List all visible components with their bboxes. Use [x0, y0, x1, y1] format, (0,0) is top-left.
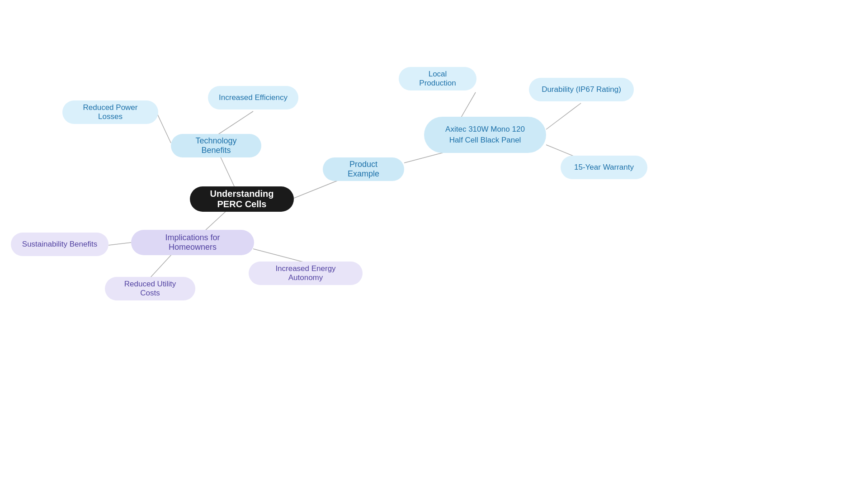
svg-line-2 [157, 114, 171, 143]
warranty-node: 15-Year Warranty [561, 156, 647, 179]
reduced-power-losses-node: Reduced Power Losses [62, 100, 158, 124]
svg-line-6 [546, 103, 581, 129]
durability-node: Durability (IP67 Rating) [529, 78, 634, 101]
local-production-node: Local Production [399, 67, 476, 90]
product-example-node: Product Example [323, 157, 404, 181]
svg-line-11 [253, 249, 305, 262]
axitec-panel-node: Axitec 310W Mono 120 Half Cell Black Pan… [424, 117, 546, 153]
sustainability-benefits-node: Sustainability Benefits [11, 233, 108, 256]
energy-autonomy-node: Increased Energy Autonomy [249, 262, 363, 285]
technology-benefits-node: Technology Benefits [171, 134, 261, 157]
svg-line-10 [150, 254, 172, 278]
implications-node: Implications for Homeowners [131, 230, 254, 255]
increased-efficiency-node: Increased Efficiency [208, 86, 298, 109]
svg-line-9 [108, 243, 131, 245]
svg-line-1 [216, 111, 253, 136]
reduced-utility-costs-node: Reduced Utility Costs [105, 277, 195, 300]
central-node: Understanding PERC Cells [190, 186, 294, 212]
